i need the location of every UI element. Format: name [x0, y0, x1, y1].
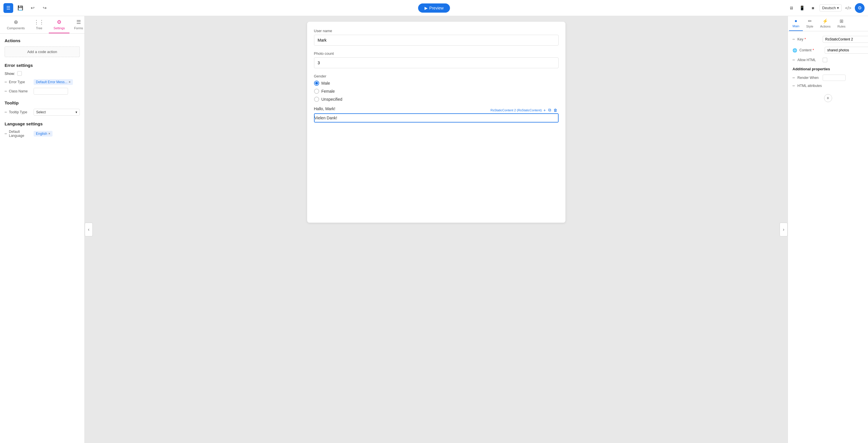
toolbar-left: ☰ 💾 ↩ ↪: [3, 3, 50, 13]
right-tab-style-label: Style: [806, 25, 813, 28]
globe-icon: 🌐: [793, 48, 797, 53]
key-input[interactable]: [823, 36, 868, 43]
render-when-label: Render When: [797, 76, 820, 80]
tooltip-type-pencil-icon: ✏: [5, 110, 7, 114]
render-when-input[interactable]: [823, 74, 846, 81]
gender-male-label: Male: [321, 81, 330, 86]
additional-props-title: Additional properties: [793, 67, 863, 71]
play-icon: ▶: [425, 6, 428, 10]
component-delete-button[interactable]: 🗑: [553, 108, 558, 113]
render-when-row: ✏ Render When: [793, 74, 863, 81]
language-selector[interactable]: Deutsch ▾: [819, 4, 842, 11]
content-input[interactable]: [825, 47, 868, 54]
html-attr-pencil-icon: ✏: [793, 84, 795, 88]
save-button[interactable]: 💾: [16, 3, 25, 13]
right-tab-actions[interactable]: ⚡ Actions: [817, 16, 834, 31]
canvas-scroll: User name Photo count Gender Male: [90, 22, 782, 437]
gender-male-option[interactable]: Male: [314, 81, 559, 86]
right-tab-main[interactable]: ● Main: [789, 16, 803, 31]
gender-section: Gender Male Female Unspecified: [314, 74, 559, 102]
class-name-input[interactable]: [34, 88, 68, 95]
component-label: RsStaticContent 2 (RsStaticContent) + ⧉ …: [491, 107, 558, 113]
language-settings-divider: Language settings: [5, 121, 80, 126]
photo-count-input[interactable]: [314, 57, 559, 68]
style-tab-icon: ✏: [808, 19, 812, 24]
static-content-component[interactable]: RsStaticContent 2 (RsStaticContent) + ⧉ …: [314, 113, 559, 123]
gender-female-label: Female: [321, 89, 335, 94]
settings-gear-icon[interactable]: ⚙: [855, 3, 865, 13]
tablet-icon[interactable]: 📱: [798, 4, 806, 12]
menu-button[interactable]: ☰: [3, 3, 13, 13]
allow-html-row: ✏ Allow HTML: [793, 58, 863, 62]
left-nav: ⊕ Components ⋮⋮ Tree ⚙ Settings ☰ Forms: [0, 16, 84, 34]
actions-tab-icon: ⚡: [823, 19, 828, 24]
error-type-value[interactable]: Default Error Mess... ×: [34, 79, 73, 85]
canvas-area: ‹ User name Photo count Gender: [85, 16, 787, 443]
html-attributes-row: ✏ HTML attributes: [793, 84, 863, 88]
right-nav: ● Main ✏ Style ⚡ Actions ⊞ Rules: [788, 16, 868, 31]
key-label: Key *: [797, 37, 820, 41]
username-input[interactable]: [314, 35, 559, 45]
component-copy-button[interactable]: ⧉: [548, 107, 552, 113]
error-type-label: Error Type: [9, 80, 32, 84]
main-layout: ⊕ Components ⋮⋮ Tree ⚙ Settings ☰ Forms …: [0, 16, 868, 443]
error-type-pencil-icon: ✏: [5, 80, 7, 84]
photo-count-label: Photo count: [314, 51, 559, 56]
content-required-star: *: [813, 48, 814, 52]
default-language-row: ✏ Default Language English ×: [5, 130, 80, 138]
gender-unspecified-option[interactable]: Unspecified: [314, 97, 559, 102]
tooltip-chevron-icon: ▾: [75, 110, 77, 114]
nav-arrow-left[interactable]: ‹: [85, 223, 93, 236]
rules-tab-icon: ⊞: [840, 19, 843, 24]
gender-label: Gender: [314, 74, 559, 78]
mobile-icon[interactable]: ■: [809, 4, 817, 12]
tooltip-select-placeholder: Select: [36, 110, 45, 114]
right-tab-actions-label: Actions: [820, 25, 830, 28]
undo-button[interactable]: ↩: [28, 3, 37, 13]
left-sidebar: ⊕ Components ⋮⋮ Tree ⚙ Settings ☰ Forms …: [0, 16, 85, 443]
gender-female-radio[interactable]: [314, 89, 319, 94]
gender-male-radio[interactable]: [314, 81, 319, 86]
default-language-label: Default Language: [9, 130, 32, 138]
tab-components-label: Components: [7, 26, 25, 30]
gender-female-option[interactable]: Female: [314, 89, 559, 94]
default-lang-remove-icon[interactable]: ×: [48, 132, 50, 136]
add-property-button[interactable]: +: [824, 94, 832, 102]
allow-html-checkbox[interactable]: [823, 58, 827, 62]
gender-unspecified-radio[interactable]: [314, 97, 319, 102]
show-checkbox[interactable]: [17, 71, 22, 76]
class-name-label: Class Name: [9, 89, 32, 93]
redo-button[interactable]: ↪: [40, 3, 50, 13]
render-when-pencil-icon: ✏: [793, 76, 795, 80]
component-add-button[interactable]: +: [543, 108, 546, 113]
error-settings-divider: Error settings: [5, 63, 80, 68]
static-content-input[interactable]: [315, 114, 558, 122]
tab-tree[interactable]: ⋮⋮ Tree: [29, 16, 49, 33]
error-type-remove-icon[interactable]: ×: [69, 80, 71, 84]
allow-html-pencil-icon: ✏: [793, 58, 795, 62]
tab-settings[interactable]: ⚙ Settings: [49, 16, 69, 33]
desktop-icon[interactable]: 🖥: [787, 4, 795, 12]
main-tab-icon: ●: [795, 19, 797, 24]
content-row: 🌐 Content *: [793, 47, 863, 54]
forms-icon: ☰: [76, 19, 81, 25]
error-type-row: ✏ Error Type Default Error Mess... ×: [5, 79, 80, 85]
chevron-down-icon: ▾: [837, 6, 839, 10]
username-label: User name: [314, 29, 559, 33]
right-tab-rules[interactable]: ⊞ Rules: [834, 16, 849, 31]
gender-radio-group: Male Female Unspecified: [314, 81, 559, 102]
toolbar-right: 🖥 📱 ■ Deutsch ▾ </> ⚙: [787, 3, 865, 13]
add-code-action-button[interactable]: Add a code action: [5, 46, 80, 57]
code-icon[interactable]: </>: [844, 4, 852, 12]
form-card: User name Photo count Gender Male: [307, 22, 565, 223]
default-language-value[interactable]: English ×: [34, 131, 53, 136]
content-label: Content *: [799, 48, 823, 52]
right-tab-style[interactable]: ✏ Style: [803, 16, 817, 31]
preview-button[interactable]: ▶ Preview: [418, 3, 450, 12]
nav-arrow-right[interactable]: ›: [780, 223, 787, 236]
tab-components[interactable]: ⊕ Components: [2, 16, 29, 33]
show-row: Show:: [5, 71, 80, 76]
default-lang-text: English: [36, 132, 47, 136]
class-name-pencil-icon: ✏: [5, 90, 7, 93]
tooltip-type-select[interactable]: Select ▾: [34, 109, 80, 116]
